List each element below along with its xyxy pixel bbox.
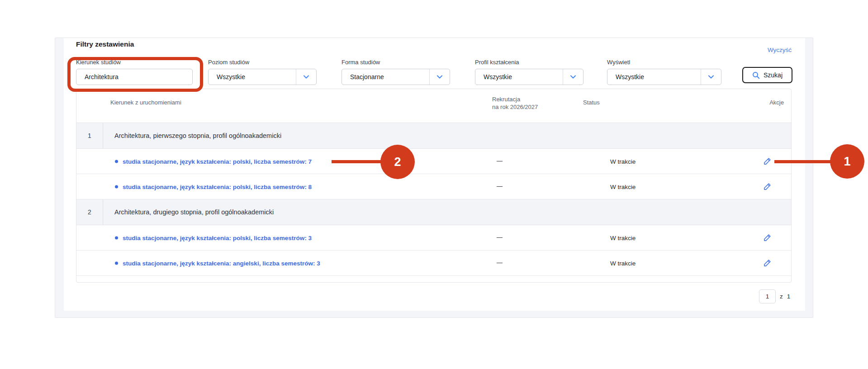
pagination-total-value: 1	[787, 293, 791, 300]
edit-button[interactable]	[763, 258, 773, 268]
header-kierunek: Kierunek z uruchomieniami	[110, 99, 181, 106]
program-link-label: studia stacjonarne, język kształcenia: p…	[123, 158, 312, 165]
filter-label-forma: Forma studiów	[342, 59, 380, 66]
header-rekrutacja-line2: na rok 2026/2027	[492, 103, 538, 111]
group-title: Architektura, pierwszego stopnia, profil…	[114, 132, 281, 139]
group-row: 2 Architektura, drugiego stopnia, profil…	[76, 199, 791, 225]
filter-label-profil: Profil kształcenia	[475, 59, 519, 66]
programs-table: Kierunek z uruchomieniami Rekrutacja na …	[76, 89, 792, 283]
program-row: studia stacjonarne, język kształcenia: a…	[76, 251, 791, 276]
filters-section-title: Filtry zestawienia	[76, 40, 134, 48]
program-row: studia stacjonarne, język kształcenia: p…	[76, 225, 791, 251]
group-row: 1 Architektura, pierwszego stopnia, prof…	[76, 123, 791, 149]
forma-studiow-select[interactable]: Stacjonarne	[342, 69, 450, 85]
profil-ksztalcenia-value: Wszystkie	[475, 73, 563, 80]
pencil-icon	[763, 156, 772, 166]
bullet-icon	[115, 160, 118, 163]
recruitment-value: —	[497, 233, 503, 240]
status-value: W trakcie	[610, 260, 636, 266]
chevron-down-icon	[429, 69, 450, 85]
header-akcje: Akcje	[769, 99, 784, 106]
table-header-row: Kierunek z uruchomieniami Rekrutacja na …	[76, 89, 791, 123]
pencil-icon	[763, 233, 772, 242]
program-link[interactable]: studia stacjonarne, język kształcenia: p…	[115, 158, 312, 165]
program-link[interactable]: studia stacjonarne, język kształcenia: p…	[115, 183, 312, 190]
header-rekrutacja: Rekrutacja na rok 2026/2027	[492, 95, 538, 111]
pagination-current-page[interactable]: 1	[759, 289, 776, 303]
annotation-highlight-rect	[67, 57, 203, 92]
clear-filters-link[interactable]: Wyczyść	[737, 47, 792, 53]
group-number: 2	[76, 199, 103, 225]
group-divider	[103, 199, 103, 225]
annotation-line-2	[332, 160, 382, 163]
group-number: 1	[76, 123, 103, 148]
status-value: W trakcie	[610, 183, 636, 190]
chevron-down-icon	[563, 69, 583, 85]
recruitment-value: —	[497, 182, 503, 189]
status-value: W trakcie	[610, 234, 636, 241]
program-link-label: studia stacjonarne, język kształcenia: p…	[123, 234, 312, 241]
poziom-studiow-select[interactable]: Wszystkie	[208, 69, 317, 85]
recruitment-value: —	[497, 259, 503, 265]
program-row: studia stacjonarne, język kształcenia: p…	[76, 174, 791, 199]
chevron-down-icon	[701, 69, 721, 85]
header-rekrutacja-line1: Rekrutacja	[492, 95, 538, 103]
program-link-label: studia stacjonarne, język kształcenia: a…	[123, 260, 320, 266]
pagination-total: z 1	[780, 293, 790, 300]
search-button[interactable]: Szukaj	[742, 67, 792, 83]
annotation-marker-1: 1	[830, 144, 864, 179]
group-title: Architektura, drugiego stopnia, profil o…	[114, 208, 274, 216]
header-status: Status	[583, 99, 600, 106]
pagination-of-label: z	[780, 293, 783, 300]
status-value: W trakcie	[610, 158, 636, 165]
wyswietl-value: Wszystkie	[607, 73, 701, 80]
chevron-down-icon	[296, 69, 316, 85]
wyswietl-select[interactable]: Wszystkie	[607, 69, 721, 85]
program-link-label: studia stacjonarne, język kształcenia: p…	[123, 183, 312, 190]
program-row: studia stacjonarne, język kształcenia: p…	[76, 149, 791, 174]
recruitment-value: —	[497, 157, 503, 164]
annotation-line-1	[774, 160, 831, 163]
bullet-icon	[115, 185, 118, 188]
search-icon	[752, 71, 760, 79]
pencil-icon	[763, 258, 772, 267]
forma-studiow-value: Stacjonarne	[342, 73, 429, 80]
bullet-icon	[115, 236, 118, 239]
pencil-icon	[763, 182, 772, 191]
edit-button[interactable]	[763, 182, 773, 192]
profil-ksztalcenia-select[interactable]: Wszystkie	[475, 69, 583, 85]
annotation-marker-2: 2	[380, 145, 415, 179]
filter-label-wyswietl: Wyświetl	[607, 59, 630, 66]
edit-button[interactable]	[763, 233, 773, 243]
bullet-icon	[115, 261, 118, 265]
group-divider	[103, 123, 103, 148]
screen: Filtry zestawienia Wyczyść Kierunek stud…	[0, 0, 868, 369]
edit-button[interactable]	[763, 156, 773, 166]
program-link[interactable]: studia stacjonarne, język kształcenia: p…	[115, 234, 312, 241]
poziom-studiow-value: Wszystkie	[209, 73, 296, 80]
search-button-label: Szukaj	[764, 71, 783, 79]
program-link[interactable]: studia stacjonarne, język kształcenia: a…	[115, 260, 320, 266]
filter-label-poziom: Poziom studiów	[208, 59, 249, 66]
